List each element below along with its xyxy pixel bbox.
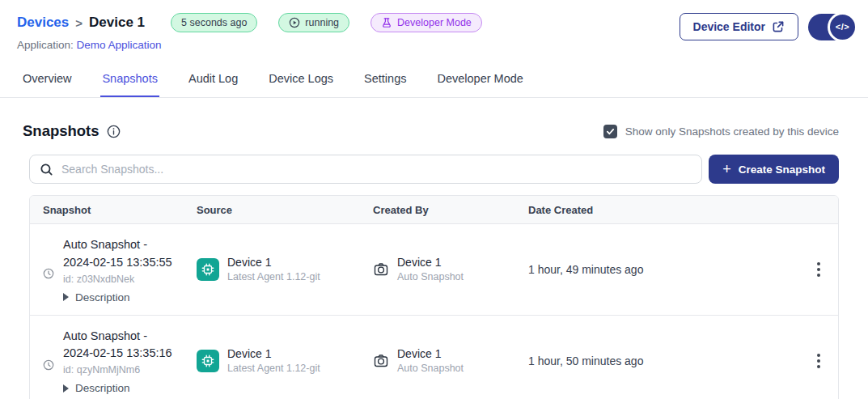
column-header-source: Source [197, 204, 373, 216]
application-line: Application: Demo Application [17, 39, 852, 51]
date-created-cell: 1 hour, 49 minutes ago [528, 263, 790, 276]
column-header-date-created: Date Created [528, 204, 790, 216]
tab-device-logs[interactable]: Device Logs [267, 67, 335, 97]
snapshot-title: Auto Snapshot - 2024-02-15 13:35:55 [63, 236, 172, 272]
search-input[interactable] [61, 163, 692, 176]
device-chip-icon [197, 350, 219, 372]
application-label: Application: [17, 39, 74, 51]
description-expander[interactable]: Description [63, 382, 172, 394]
developer-mode-badge: Developer Mode [370, 13, 482, 32]
column-header-snapshot: Snapshot [43, 204, 197, 216]
page-title: Snapshots [23, 122, 100, 140]
table-header-row: Snapshot Source Created By Date Created [30, 196, 838, 224]
clock-icon [43, 268, 54, 279]
code-icon: </> [828, 12, 857, 42]
device-editor-button[interactable]: Device Editor [680, 13, 798, 40]
tab-overview[interactable]: Overview [21, 67, 73, 97]
plus-icon: + [722, 162, 731, 176]
source-device-name: Device 1 [227, 346, 320, 362]
create-snapshot-button[interactable]: + Create Snapshot [709, 155, 839, 184]
snapshot-id: id: z03NxdbNek [63, 274, 172, 285]
developer-mode-toggle[interactable]: </> [808, 14, 853, 40]
status-badges: 5 seconds ago running Developer Mode [171, 13, 482, 32]
table-row: Auto Snapshot - 2024-02-15 13:35:16 id: … [30, 316, 838, 399]
snapshot-title: Auto Snapshot - 2024-02-15 13:35:16 [63, 328, 172, 363]
search-icon [40, 163, 53, 176]
tab-snapshots[interactable]: Snapshots [100, 67, 159, 97]
source-agent-version: Latest Agent 1.12-git [227, 362, 320, 376]
last-seen-badge-label: 5 seconds ago [181, 17, 247, 28]
description-label: Description [75, 382, 130, 394]
created-by-type: Auto Snapshot [397, 270, 464, 284]
show-only-device-snapshots-checkbox[interactable] [603, 125, 617, 138]
play-circle-icon [289, 17, 300, 28]
page-header: Devices > Device 1 5 seconds ago running… [0, 0, 868, 51]
last-seen-badge: 5 seconds ago [171, 13, 257, 32]
column-header-created-by: Created By [373, 204, 528, 216]
description-expander[interactable]: Description [63, 291, 172, 303]
device-chip-icon [197, 258, 219, 281]
description-label: Description [75, 291, 130, 303]
triangle-right-icon [63, 384, 69, 393]
running-status-badge: running [278, 13, 349, 32]
developer-mode-label: Developer Mode [397, 17, 472, 28]
external-link-icon [772, 20, 785, 33]
flask-icon [381, 17, 392, 28]
snapshot-id: id: qzyNmMjNm6 [63, 364, 172, 376]
create-snapshot-label: Create Snapshot [739, 163, 825, 176]
tab-settings[interactable]: Settings [362, 67, 408, 97]
row-actions-kebab-menu[interactable] [812, 349, 825, 373]
info-icon[interactable] [107, 125, 121, 138]
check-icon [606, 127, 615, 136]
filter-checkbox-label: Show only Snapshots created by this devi… [625, 125, 839, 138]
breadcrumb-devices-link[interactable]: Devices [17, 15, 69, 31]
camera-icon [373, 353, 389, 369]
breadcrumb-separator: > [75, 16, 83, 30]
source-device-name: Device 1 [227, 255, 320, 270]
date-created-cell: 1 hour, 50 minutes ago [528, 354, 790, 367]
device-editor-label: Device Editor [693, 20, 765, 33]
camera-icon [373, 261, 389, 278]
tab-bar: Overview Snapshots Audit Log Device Logs… [0, 56, 868, 98]
running-status-label: running [305, 17, 339, 28]
created-by-type: Auto Snapshot [397, 362, 464, 376]
row-actions-kebab-menu[interactable] [812, 257, 825, 282]
created-by-name: Device 1 [397, 255, 464, 270]
clock-icon [43, 359, 54, 371]
source-agent-version: Latest Agent 1.12-git [227, 270, 320, 284]
triangle-right-icon [63, 293, 69, 301]
snapshots-table: Snapshot Source Created By Date Created … [29, 195, 839, 399]
tab-audit-log[interactable]: Audit Log [187, 67, 239, 97]
table-row: Auto Snapshot - 2024-02-15 13:35:55 id: … [30, 224, 838, 316]
tab-developer-mode[interactable]: Developer Mode [435, 67, 524, 97]
search-box [29, 155, 702, 184]
application-link[interactable]: Demo Application [77, 39, 162, 51]
breadcrumb-current-device: Device 1 [89, 15, 145, 31]
created-by-name: Device 1 [397, 346, 464, 362]
